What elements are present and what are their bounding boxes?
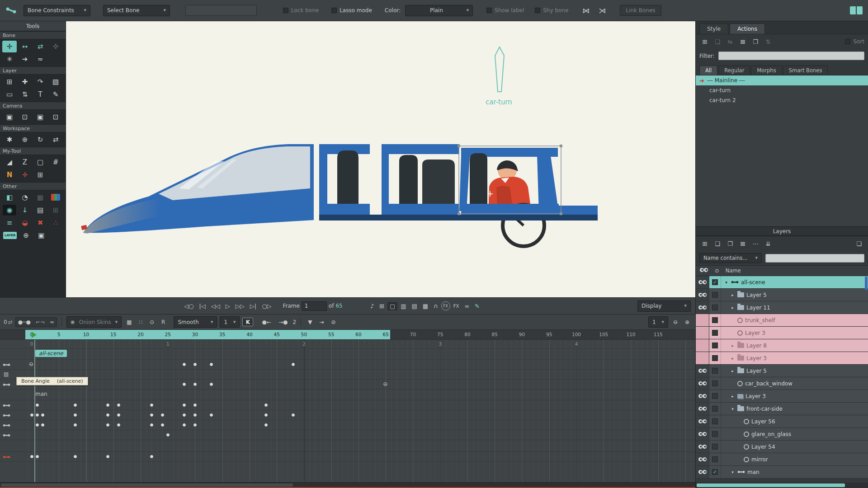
filter-input[interactable] [718,52,864,60]
flip-layer-tool-icon[interactable]: ⇅ [18,89,32,100]
layer-row[interactable]: Layer 3 [696,327,868,339]
keyframe-dot[interactable] [193,362,197,366]
step-forward-button[interactable]: ▷▷ [233,302,247,310]
keyframe-dot[interactable] [106,413,110,417]
action-item[interactable]: ➜--- Mainline --- [696,75,868,85]
layer-row[interactable]: ▸Layer 11 [696,301,868,314]
expand-arrow-icon[interactable]: ▸ [730,343,735,348]
rails-tool-icon[interactable]: # [48,156,63,168]
show-label-checkbox[interactable]: Show label [486,7,524,14]
keyframe-dot[interactable] [193,403,197,407]
layer-visibility-cell[interactable] [696,428,709,440]
zoom-camera-tool-icon[interactable]: ⊡ [18,111,32,123]
keyframe-dot[interactable] [117,423,121,427]
action-item[interactable]: car-turn 2 [696,95,868,105]
keyframe-dot[interactable] [264,413,268,417]
lock-bone-checkbox[interactable]: Lock bone [283,7,319,14]
keyframe-dot[interactable] [182,382,186,386]
layer-animate-cell[interactable] [709,365,721,377]
layer-animate-cell[interactable] [709,377,721,389]
view-single-button[interactable]: ▢ [387,302,397,310]
expand-arrow-icon[interactable]: ▾ [730,407,735,411]
more-options-icon[interactable]: ⋯ [750,239,761,248]
keyframe-dot[interactable] [73,403,77,407]
link-bones-button[interactable]: Link Bones [620,5,661,16]
layer-animate-cell[interactable] [709,327,721,339]
step-keys-icon[interactable]: ⌐¬ [33,318,47,327]
onion-skins-dropdown[interactable]: ◉ Onion Skins ▼ [66,316,122,328]
new-layer-icon[interactable]: ⊞ [699,239,710,248]
layer-visibility-cell[interactable] [696,441,709,453]
copy-layer-icon[interactable]: ⇊ [763,239,774,248]
magnet-tool-icon[interactable]: ▧ [48,76,63,88]
duplicate-action-icon[interactable]: ❏ [712,37,723,46]
particles-tool-icon[interactable]: ◒ [18,217,32,229]
keyframe-dot[interactable] [73,423,77,427]
keyframe-dot[interactable] [150,423,154,427]
animate-checkbox[interactable]: ✓ [712,469,718,475]
layer-animate-cell[interactable] [709,301,721,314]
view-quad-button[interactable]: ▦ [420,302,430,310]
layer-animate-cell[interactable] [709,428,721,440]
layer-visibility-cell[interactable] [696,365,709,377]
n-custom-tool-icon[interactable]: N [2,169,17,181]
keyframe-dot[interactable] [41,423,45,427]
layer-animate-cell[interactable] [709,390,721,402]
layer-visibility-cell[interactable] [696,301,709,314]
keyframe-dot[interactable] [160,413,165,417]
keyframe-dot[interactable] [73,455,77,459]
next-keyframe-button[interactable]: ▷| [248,302,259,310]
bone-constraint-tool-icon[interactable]: ⊞ [33,169,47,181]
action-item[interactable]: car-turn [696,85,868,95]
zoom-out-icon[interactable]: ⊖ [671,318,680,327]
transform-layer-tool-icon[interactable]: ⊞ [2,76,17,88]
zoom-in-icon[interactable]: ⊕ [683,318,692,327]
freehand-tool-icon[interactable]: ✎ [48,89,63,100]
layer-animate-cell[interactable]: ✓ [709,276,721,288]
delete-keys-icon[interactable]: ⊘ [329,318,338,327]
window-grid-tool-icon[interactable]: ⊞ [48,204,63,216]
prev-keyframe-button[interactable]: |◁ [197,302,208,310]
layer-visibility-cell[interactable] [696,314,709,326]
animate-checkbox[interactable] [712,418,718,424]
layer-search-input[interactable] [765,254,864,263]
copy-action-icon[interactable]: ❐ [750,37,761,46]
rotate-workspace-tool-icon[interactable]: ↻ [33,134,47,145]
keyframe-dot[interactable] [35,413,39,417]
insert-action-icon[interactable]: ⇆ [725,37,736,46]
new-group-icon[interactable]: ❐ [725,239,736,248]
layer-row[interactable]: ▸Layer 3 [696,352,868,365]
keyframe-dot[interactable] [182,362,186,366]
physics-tool-icon[interactable]: ◔ [18,192,32,203]
animate-checkbox[interactable] [712,431,718,437]
subtab-smart-bones[interactable]: Smart Bones [783,66,828,75]
layer-animate-cell[interactable]: ✓ [709,466,721,478]
layer-animate-cell[interactable] [709,314,721,326]
scatter-brush-tool-icon[interactable]: ∴ [48,217,63,229]
bind-bone-icon[interactable]: ⋈ [580,5,592,16]
layers-hscrollbar[interactable] [696,483,868,488]
expand-arrow-icon[interactable]: ▾ [724,280,729,285]
insert-marker-icon[interactable]: ▼ [306,318,314,327]
keyframe-dot[interactable] [182,413,186,417]
offset-bone-icon[interactable]: ⋊ [596,5,608,16]
cycle-range-button[interactable]: 0 ⇄ [4,319,13,325]
layer-row[interactable]: trunk_shelf [696,314,868,327]
keyframe-dot[interactable] [264,403,268,407]
layer-row[interactable]: ▸Layer 3 [696,390,868,403]
view-split-v-button[interactable]: ▤ [410,302,420,310]
keyframe-dot[interactable] [106,455,110,459]
scale-bone-tool-icon[interactable]: ⇄ [33,41,47,52]
keyframe-dot[interactable] [193,413,197,417]
layer-visibility-cell[interactable] [696,352,709,364]
shear-layer-tool-icon[interactable]: ▭ [2,89,17,100]
jump-start-button[interactable]: ◁○ [182,302,196,310]
new-action-icon[interactable]: ⊞ [699,37,710,46]
text-tool-icon[interactable]: T [33,89,47,100]
channel-dots-icon[interactable]: ∷ [137,318,145,327]
keyframe-dot[interactable] [182,423,186,427]
animate-checkbox[interactable] [712,444,718,450]
layer-visibility-cell[interactable] [696,403,709,415]
keyframe-dot[interactable] [193,382,197,386]
animate-checkbox[interactable] [712,305,718,310]
